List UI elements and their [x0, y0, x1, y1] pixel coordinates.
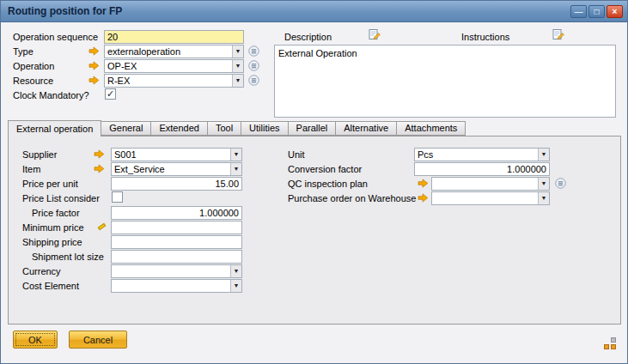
external-operation-panel: Supplier S001 ▼ Item Ext_Service ▼ Price… — [8, 136, 621, 325]
edit-instructions-icon[interactable] — [552, 28, 564, 40]
item-select[interactable]: Ext_Service ▼ — [111, 162, 242, 176]
pencil-icon — [98, 223, 107, 230]
price-list-consider-checkbox[interactable] — [112, 191, 123, 203]
context-menu-icon[interactable] — [248, 60, 259, 71]
conversion-factor-label: Conversion factor — [288, 164, 362, 174]
resource-value: R-EX — [107, 75, 130, 87]
chevron-down-icon[interactable]: ▼ — [232, 46, 243, 58]
price-per-unit-label: Price per unit — [22, 179, 78, 189]
context-menu-icon[interactable] — [248, 75, 259, 86]
resource-label: Resource — [13, 76, 53, 86]
shipment-lot-size-input[interactable] — [111, 250, 242, 264]
resize-grip-square — [604, 344, 609, 349]
tab-parallel[interactable]: Parallel — [288, 121, 337, 136]
clock-mandatory-checkbox[interactable]: ✓ — [105, 88, 116, 100]
tab-alternative[interactable]: Alternative — [335, 121, 397, 136]
cost-element-select[interactable]: ▼ — [111, 279, 242, 293]
type-value: externaloperation — [107, 46, 180, 58]
type-select[interactable]: externaloperation ▼ — [104, 45, 244, 58]
purchase-order-on-warehouse-select[interactable]: ▼ — [431, 191, 550, 205]
tab-extended[interactable]: Extended — [150, 121, 207, 136]
clock-mandatory-label: Clock Mandatory? — [13, 90, 89, 100]
window-controls: — □ × — [570, 5, 623, 18]
link-arrow-icon[interactable] — [94, 163, 105, 174]
unit-value: Pcs — [418, 149, 433, 161]
context-menu-icon[interactable] — [248, 46, 259, 57]
qc-inspection-plan-select[interactable]: ▼ — [431, 177, 550, 191]
context-menu-icon[interactable] — [555, 178, 566, 189]
window-title: Routing position for FP — [8, 5, 122, 17]
supplier-value: S001 — [114, 149, 137, 161]
resize-grip-square — [611, 337, 616, 343]
chevron-down-icon[interactable]: ▼ — [232, 75, 243, 87]
chevron-down-icon[interactable]: ▼ — [538, 178, 549, 190]
chevron-down-icon[interactable]: ▼ — [230, 280, 241, 292]
resize-grip[interactable] — [604, 337, 616, 349]
tab-strip: External operation General Extended Tool… — [8, 120, 465, 136]
supplier-label: Supplier — [22, 149, 57, 160]
chevron-down-icon[interactable]: ▼ — [538, 149, 549, 161]
edit-description-icon[interactable] — [369, 28, 381, 40]
price-factor-label: Price factor — [32, 208, 80, 218]
tab-general[interactable]: General — [101, 121, 151, 136]
type-label: Type — [13, 46, 34, 57]
currency-label: Currency — [22, 266, 61, 276]
minimum-price-label: Minimum price — [22, 222, 84, 233]
operation-sequence-input[interactable] — [104, 30, 244, 44]
supplier-select[interactable]: S001 ▼ — [111, 148, 242, 161]
maximize-button[interactable]: □ — [588, 5, 605, 18]
price-factor-input[interactable] — [111, 206, 242, 220]
shipping-price-input[interactable] — [111, 235, 242, 249]
operation-value: OP-EX — [107, 60, 137, 72]
tab-utilities[interactable]: Utilities — [241, 121, 288, 136]
qc-inspection-plan-label: QC inspection plan — [288, 179, 368, 189]
chevron-down-icon[interactable]: ▼ — [232, 60, 243, 72]
currency-select[interactable]: ▼ — [111, 264, 242, 278]
description-label: Description — [284, 32, 332, 42]
unit-select[interactable]: Pcs ▼ — [414, 148, 550, 161]
link-arrow-icon[interactable] — [418, 192, 429, 203]
operation-select[interactable]: OP-EX ▼ — [104, 59, 244, 73]
link-arrow-icon[interactable] — [88, 46, 100, 57]
shipment-lot-size-label: Shipment lot size — [32, 252, 104, 262]
description-textarea[interactable]: External Operation — [274, 45, 616, 118]
cost-element-label: Cost Element — [22, 281, 79, 291]
instructions-label: Instructions — [461, 32, 509, 42]
tab-attachments[interactable]: Attachments — [396, 121, 466, 136]
tab-external-operation[interactable]: External operation — [8, 120, 101, 136]
item-value: Ext_Service — [114, 163, 165, 175]
purchase-order-on-warehouse-label: Purchase order on Warehouse — [288, 193, 416, 203]
chevron-down-icon[interactable]: ▼ — [538, 192, 549, 204]
operation-sequence-label: Operation sequence — [13, 32, 98, 42]
minimize-button[interactable]: — — [570, 5, 587, 18]
link-arrow-icon[interactable] — [418, 178, 429, 189]
routing-position-window: Routing position for FP — □ × Operation … — [0, 0, 628, 364]
unit-label: Unit — [288, 149, 305, 160]
shipping-price-label: Shipping price — [22, 237, 82, 247]
price-list-consider-label: Price List consider — [22, 193, 100, 203]
chevron-down-icon[interactable]: ▼ — [230, 149, 241, 161]
close-button[interactable]: × — [607, 5, 623, 18]
title-bar[interactable]: Routing position for FP — □ × — [1, 1, 627, 22]
conversion-factor-input[interactable] — [414, 162, 550, 176]
link-arrow-icon[interactable] — [94, 149, 105, 160]
minimum-price-input[interactable] — [111, 221, 242, 234]
resize-grip-square — [611, 344, 616, 349]
ok-button[interactable]: OK — [13, 331, 58, 349]
chevron-down-icon[interactable]: ▼ — [230, 163, 241, 175]
cancel-button[interactable]: Cancel — [69, 331, 127, 349]
link-arrow-icon[interactable] — [88, 60, 100, 71]
link-arrow-icon[interactable] — [88, 75, 100, 86]
tab-tool[interactable]: Tool — [207, 121, 241, 136]
chevron-down-icon[interactable]: ▼ — [230, 265, 241, 277]
price-per-unit-input[interactable] — [111, 177, 242, 191]
operation-label: Operation — [13, 61, 54, 71]
item-label: Item — [22, 164, 40, 174]
resource-select[interactable]: R-EX ▼ — [104, 74, 244, 88]
